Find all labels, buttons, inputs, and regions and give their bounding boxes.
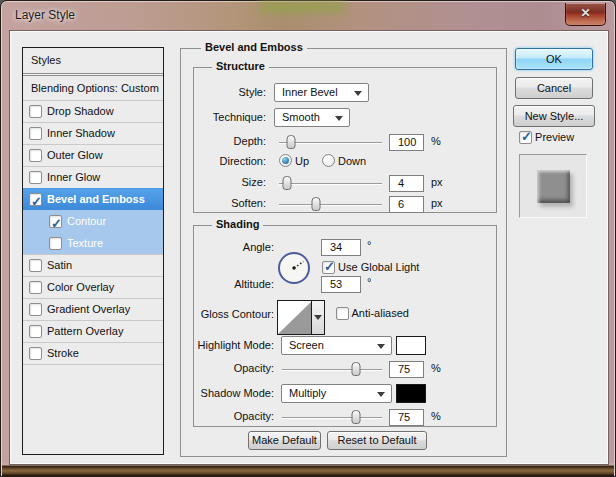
- gloss-contour-picker[interactable]: [277, 300, 325, 335]
- sidebar-item-texture[interactable]: Texture: [23, 232, 163, 254]
- style-dropdown[interactable]: Inner Bevel: [274, 83, 369, 102]
- highlight-opacity-input[interactable]: 75: [389, 361, 424, 378]
- chevron-down-icon: [377, 392, 385, 397]
- sidebar-item-stroke[interactable]: Stroke: [23, 342, 163, 364]
- sidebar-item-drop-shadow[interactable]: Drop Shadow: [23, 100, 163, 122]
- reset-to-default-button[interactable]: Reset to Default: [327, 431, 427, 450]
- soften-unit: px: [431, 197, 443, 209]
- depth-input[interactable]: 100: [389, 134, 424, 151]
- stroke-checkbox[interactable]: [29, 347, 42, 360]
- sidebar-item-outer-glow[interactable]: Outer Glow: [23, 144, 163, 166]
- highlight-opacity-thumb[interactable]: [352, 362, 361, 376]
- cancel-button[interactable]: Cancel: [515, 77, 593, 99]
- title-bar[interactable]: Layer Style ✕: [1, 1, 615, 30]
- direction-up-radio[interactable]: Up: [279, 154, 309, 167]
- angle-dial[interactable]: [277, 251, 311, 285]
- shadow-opacity-slider[interactable]: [282, 417, 382, 418]
- bevel-emboss-checkbox[interactable]: [29, 193, 42, 206]
- soften-slider-thumb[interactable]: [312, 197, 321, 211]
- layer-style-dialog: Layer Style ✕ Styles Blending Options: C…: [0, 0, 616, 477]
- depth-slider[interactable]: [279, 142, 382, 143]
- highlight-opacity-slider[interactable]: [282, 369, 382, 370]
- size-input[interactable]: 4: [389, 175, 424, 192]
- size-label: Size:: [194, 176, 266, 188]
- sidebar-item-satin[interactable]: Satin: [23, 254, 163, 276]
- preview-toggle[interactable]: Preview: [519, 131, 574, 146]
- contour-checkbox[interactable]: [49, 215, 62, 228]
- ok-button[interactable]: OK: [515, 48, 593, 70]
- preview-label: Preview: [535, 131, 574, 143]
- dialog-content: Styles Blending Options: Custom Drop Sha…: [9, 30, 609, 465]
- use-global-light-checkbox[interactable]: [322, 261, 335, 274]
- angle-label: Angle:: [194, 241, 274, 253]
- depth-label: Depth:: [194, 135, 266, 147]
- shading-legend: Shading: [212, 218, 263, 230]
- radio-icon: [279, 154, 292, 167]
- shadow-mode-dropdown[interactable]: Multiply: [281, 384, 392, 403]
- preview-checkbox[interactable]: [519, 131, 532, 144]
- soften-slider[interactable]: [279, 204, 382, 205]
- anti-aliased-label: Anti-aliased: [351, 307, 408, 319]
- anti-aliased-checkbox[interactable]: [336, 307, 349, 320]
- shading-group: Shading Angle: 34 ° Use Global Light Alt…: [193, 225, 497, 427]
- soften-label: Soften:: [194, 197, 266, 209]
- sidebar-item-inner-glow[interactable]: Inner Glow: [23, 166, 163, 188]
- contour-dropdown-button[interactable]: [311, 301, 324, 334]
- technique-dropdown[interactable]: Smooth: [274, 108, 350, 127]
- style-value: Inner Bevel: [282, 86, 338, 98]
- inner-glow-checkbox[interactable]: [29, 171, 42, 184]
- sidebar-item-pattern-overlay[interactable]: Pattern Overlay: [23, 320, 163, 342]
- gradient-overlay-checkbox[interactable]: [29, 303, 42, 316]
- highlight-mode-dropdown[interactable]: Screen: [281, 336, 392, 355]
- technique-value: Smooth: [282, 111, 320, 123]
- gloss-contour-label: Gloss Contour:: [194, 308, 274, 320]
- inner-shadow-checkbox[interactable]: [29, 127, 42, 140]
- use-global-light-label: Use Global Light: [338, 261, 419, 273]
- sidebar-item-gradient-overlay[interactable]: Gradient Overlay: [23, 298, 163, 320]
- satin-checkbox[interactable]: [29, 259, 42, 272]
- shadow-opacity-input[interactable]: 75: [389, 409, 424, 426]
- shadow-opacity-unit: %: [431, 410, 441, 422]
- anti-aliased-row[interactable]: Anti-aliased: [336, 307, 409, 320]
- sidebar-item-inner-shadow[interactable]: Inner Shadow: [23, 122, 163, 144]
- highlight-mode-value: Screen: [289, 339, 324, 351]
- sidebar-item-color-overlay[interactable]: Color Overlay: [23, 276, 163, 298]
- sidebar-item-label: Texture: [67, 233, 103, 254]
- sidebar-empty-space: [23, 364, 163, 454]
- direction-down-radio[interactable]: Down: [322, 154, 366, 167]
- close-button[interactable]: ✕: [565, 3, 606, 26]
- styles-list: Styles Blending Options: Custom Drop Sha…: [22, 47, 164, 455]
- highlight-mode-label: Highlight Mode:: [194, 339, 274, 351]
- shadow-opacity-thumb[interactable]: [352, 410, 361, 424]
- altitude-input[interactable]: 53: [321, 276, 361, 293]
- highlight-color-swatch[interactable]: [396, 336, 426, 355]
- use-global-light-row[interactable]: Use Global Light: [322, 261, 419, 274]
- sidebar-item-blending-options[interactable]: Blending Options: Custom: [23, 76, 163, 100]
- sidebar-item-label: Gradient Overlay: [47, 299, 130, 320]
- direction-down-label: Down: [338, 155, 366, 167]
- radio-icon: [322, 154, 335, 167]
- highlight-opacity-unit: %: [431, 362, 441, 374]
- shadow-mode-label: Shadow Mode:: [194, 387, 274, 399]
- size-slider-thumb[interactable]: [283, 176, 292, 190]
- drop-shadow-checkbox[interactable]: [29, 105, 42, 118]
- sidebar-item-label: Drop Shadow: [47, 101, 114, 122]
- bevel-emboss-panel: Bevel and Emboss Structure Style: Inner …: [180, 48, 507, 457]
- chevron-down-icon: [354, 91, 362, 96]
- size-slider[interactable]: [279, 183, 382, 184]
- texture-checkbox[interactable]: [49, 237, 62, 250]
- outer-glow-checkbox[interactable]: [29, 149, 42, 162]
- sidebar-item-bevel-and-emboss[interactable]: Bevel and Emboss: [23, 188, 163, 210]
- depth-slider-thumb[interactable]: [287, 135, 296, 149]
- pattern-overlay-checkbox[interactable]: [29, 325, 42, 338]
- shadow-color-swatch[interactable]: [396, 384, 426, 403]
- make-default-button[interactable]: Make Default: [248, 431, 321, 450]
- window-title: Layer Style: [15, 8, 75, 22]
- chevron-down-icon: [335, 116, 343, 121]
- preview-bevel-swatch: [537, 170, 570, 203]
- new-style-button[interactable]: New Style...: [513, 105, 595, 127]
- color-overlay-checkbox[interactable]: [29, 281, 42, 294]
- sidebar-item-contour[interactable]: Contour: [23, 210, 163, 232]
- soften-input[interactable]: 6: [389, 196, 424, 213]
- angle-input[interactable]: 34: [321, 239, 361, 256]
